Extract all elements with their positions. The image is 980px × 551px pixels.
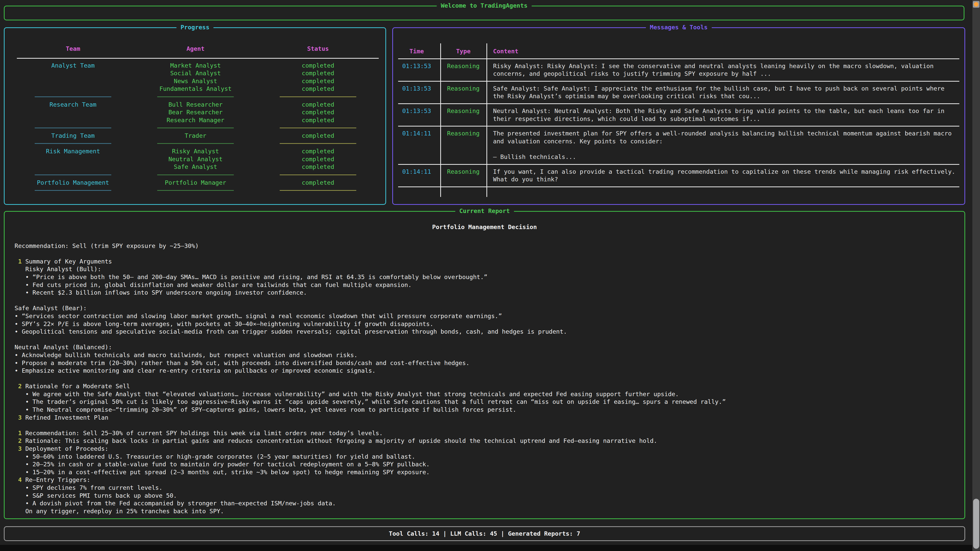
progress-row: Research Managercompleted — [17, 116, 379, 124]
message-row: 01:14:11ReasoningThe presented investmen… — [393, 127, 964, 164]
report-body: Recommendation: Sell (trim SPY exposure … — [5, 242, 964, 515]
report-line: 3Refined Investment Plan — [5, 414, 964, 422]
message-rows: 01:13:53ReasoningRisky Analyst: Risky An… — [393, 59, 964, 187]
separator-cell — [129, 93, 262, 101]
report-text: The Neutral compromise—“trimming 20–30%”… — [32, 406, 516, 413]
bullet-icon: • — [14, 328, 18, 335]
separator-line — [35, 143, 111, 144]
status-cell: completed — [262, 101, 374, 109]
report-line: •15–20% in a cost-effective put spread (… — [5, 468, 964, 476]
message-row: 01:13:53ReasoningNeutral Analyst: Neutra… — [393, 104, 964, 126]
report-line: Recommendation: Sell (trim SPY exposure … — [5, 242, 964, 250]
bullet-icon: • — [25, 281, 29, 289]
message-content: Neutral Analyst: Neutral Analyst: Both t… — [487, 107, 964, 123]
report-line: 1Recommendation: Sell 25–30% of current … — [5, 429, 964, 437]
report-line — [5, 336, 964, 344]
report-text: “Price is above both the 50– and 200–day… — [32, 273, 487, 281]
report-text: Geopolitical tensions and speculative so… — [22, 328, 567, 335]
separator-cell — [17, 93, 129, 101]
list-number: 3 — [18, 414, 22, 421]
separator-cell — [129, 140, 262, 148]
message-time: 01:13:53 — [393, 62, 440, 78]
separator-line — [35, 127, 111, 128]
table-header-rule — [17, 58, 379, 59]
separator-cell — [17, 124, 129, 132]
separator-cell — [17, 186, 129, 194]
message-line: What do you think? — [493, 176, 956, 183]
message-line: If you want, I can also provide a tactic… — [493, 168, 956, 176]
report-line: •Geopolitical tensions and speculative s… — [5, 328, 964, 336]
message-time: 01:14:11 — [393, 168, 440, 183]
bullet-icon: • — [14, 313, 18, 320]
separator-cell — [129, 186, 262, 194]
report-line: 3Deployment of Proceeds: — [5, 445, 964, 453]
report-panel: Current Report Portfolio Management Deci… — [4, 211, 965, 519]
footer-stats: Tool Calls: 14 | LLM Calls: 45 | Generat… — [389, 530, 580, 538]
report-text: Fed cuts priced in, global disinflation … — [32, 281, 412, 289]
bullet-icon: • — [14, 359, 18, 367]
report-line: •20–25% in cash or a stable-value fund t… — [5, 460, 964, 468]
separator-line — [35, 175, 111, 175]
messages-panel-title: Messages & Tools — [646, 24, 711, 32]
report-line: •Fed cuts priced in, global disinflation… — [5, 281, 964, 289]
welcome-panel: Welcome to TradingAgents — [4, 6, 964, 21]
team-cell — [17, 69, 129, 77]
report-line — [5, 375, 964, 383]
bullet-icon: • — [25, 500, 29, 507]
report-line: •The trader’s original 50% cut is likely… — [5, 398, 964, 406]
report-line: 4Re–Entry Triggers: — [5, 476, 964, 484]
separator-line — [280, 143, 356, 144]
report-line: •50–60% into laddered U.S. Treasuries or… — [5, 453, 964, 461]
report-text: Summary of Key Arguments — [25, 258, 112, 265]
message-time: 01:13:53 — [393, 107, 440, 123]
team-cell — [17, 116, 129, 124]
report-text: Propose a moderate trim (20–30%) rather … — [22, 359, 469, 367]
progress-row: News Analystcompleted — [17, 77, 379, 85]
scrollbar-track[interactable] — [972, 0, 980, 551]
report-text: Neutral Analyst (Balanced): — [14, 344, 112, 351]
report-text: Re–Entry Triggers: — [25, 476, 90, 483]
agent-cell: Market Analyst — [129, 62, 262, 70]
team-cell: Research Team — [17, 101, 129, 109]
progress-table: Team Agent Status Analyst TeamMarket Ana… — [5, 28, 385, 194]
separator-line — [35, 190, 111, 191]
bullet-icon: • — [25, 289, 29, 296]
bullet-icon: • — [14, 321, 18, 327]
report-text: 15–20% in a cost-effective put spread (2… — [32, 468, 430, 476]
separator-line — [157, 175, 234, 175]
progress-row: Neutral Analystcompleted — [17, 156, 379, 163]
report-line: •The Neutral compromise—“trimming 20–30%… — [5, 406, 964, 414]
separator-cell — [262, 171, 374, 179]
team-cell — [17, 156, 129, 163]
scroll-indicator-button[interactable] — [973, 1, 980, 8]
report-line — [5, 250, 964, 258]
report-text: The trader’s original 50% cut is likely … — [32, 398, 725, 405]
report-line: •We agree with the Safe Analyst that “el… — [5, 390, 964, 398]
report-text: Acknowledge bullish technicals and macro… — [22, 351, 358, 359]
message-line: Risky Analyst: Risky Analyst: I see the … — [493, 62, 956, 70]
bullet-icon: • — [25, 453, 29, 460]
team-cell — [17, 163, 129, 171]
report-panel-title: Current Report — [455, 207, 514, 215]
separator-cell — [129, 124, 262, 132]
agent-cell: Bull Researcher — [129, 101, 262, 109]
message-row: 01:13:53ReasoningSafe Analyst: Safe Anal… — [393, 82, 964, 103]
scrollbar-thumb[interactable] — [973, 499, 979, 549]
bullet-icon: • — [25, 468, 29, 476]
message-line: and valuation concerns. Key points to co… — [493, 138, 956, 145]
report-line: 2Rationale for a Moderate Sell — [5, 383, 964, 390]
report-text: Recommendation: Sell (trim SPY exposure … — [14, 242, 199, 249]
report-line: •A dovish pivot from the Fed accompanied… — [5, 499, 964, 507]
separator-cell — [17, 140, 129, 148]
status-cell: completed — [262, 77, 374, 85]
message-content: The presented investment plan for SPY of… — [487, 130, 964, 161]
status-cell: completed — [262, 132, 374, 140]
group-separator — [17, 93, 379, 101]
report-line: •Acknowledge bullish technicals and macr… — [5, 351, 964, 359]
bullet-icon: • — [25, 492, 29, 499]
list-number: 2 — [18, 437, 22, 445]
message-row: 01:14:11ReasoningIf you want, I can also… — [393, 165, 964, 186]
agent-cell: Bear Researcher — [129, 108, 262, 116]
row-divider — [398, 186, 959, 187]
separator-line — [157, 143, 234, 144]
